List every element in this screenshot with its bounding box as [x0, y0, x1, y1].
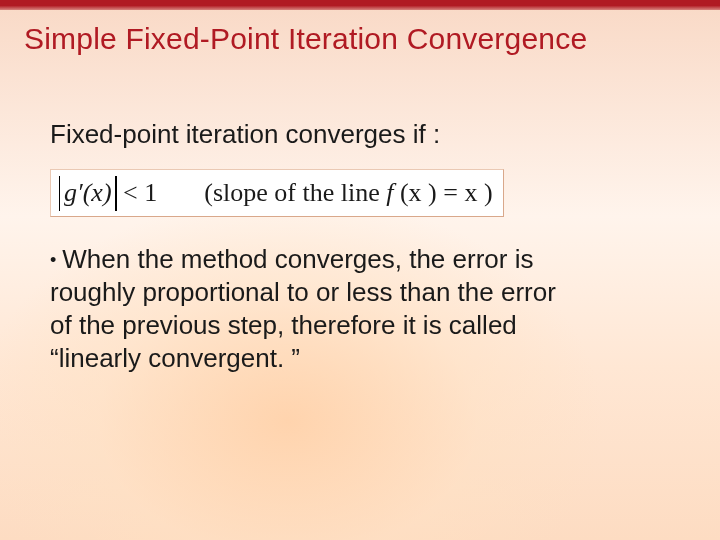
formula-abs: g′(x): [59, 178, 117, 207]
bullet-block: •When the method converges, the error is…: [50, 243, 570, 376]
formula-abs-inner: g′(x): [64, 178, 112, 207]
bullet-text: When the method converges, the error is …: [50, 244, 556, 374]
formula-note-fn: f: [386, 178, 400, 207]
slide-title: Simple Fixed-Point Iteration Convergence: [24, 22, 696, 56]
accent-bar: [0, 0, 720, 10]
formula-box: g′(x) < 1 (slope of the line f (x ) = x …: [50, 169, 504, 216]
lead-text: Fixed-point iteration converges if :: [50, 118, 660, 151]
formula-note-close: ): [484, 178, 493, 207]
bullet-dot-icon: •: [50, 250, 56, 270]
formula-note-args: (x ) = x: [400, 178, 484, 207]
formula-operator: < 1: [123, 178, 157, 207]
slide: Simple Fixed-Point Iteration Convergence…: [0, 0, 720, 540]
slide-body: Fixed-point iteration converges if : g′(…: [50, 118, 660, 376]
formula-note-open: (slope of the line: [204, 178, 386, 207]
